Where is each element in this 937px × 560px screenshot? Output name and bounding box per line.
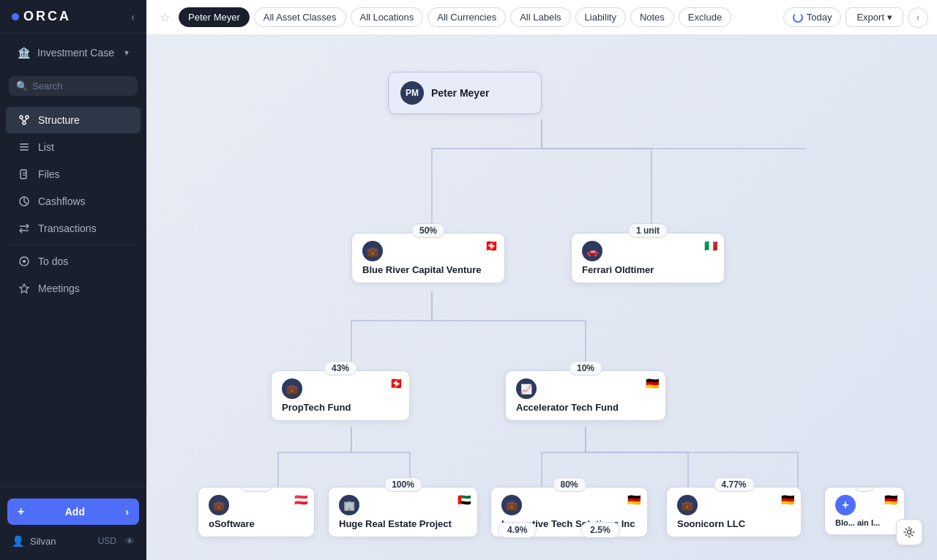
filter-all-currencies[interactable]: All Currencies — [428, 7, 506, 27]
blockchain-icon: + — [835, 495, 856, 515]
sidebar-item-transactions-label: Transactions — [38, 223, 97, 234]
filter-liability[interactable]: Liability — [575, 7, 626, 27]
search-icon: 🔍 — [16, 81, 28, 92]
ferrari-flag: 🇮🇹 — [704, 239, 718, 253]
sidebar: ORCA ‹ 🏦 Investment Case ▾ 🔍 — [0, 0, 146, 560]
root-label: Peter Meyer — [431, 87, 489, 99]
node-accelerator[interactable]: 10% 🇩🇪 📈 Accelerator Tech Fund — [505, 370, 666, 421]
nav-section: Structure List Files — [0, 100, 146, 308]
sidebar-item-files[interactable]: Files — [6, 161, 141, 187]
biosoftware-label: oSoftware — [209, 518, 255, 529]
refresh-icon — [793, 12, 803, 23]
export-chevron-icon: ▾ — [887, 12, 892, 23]
node-huge-real-estate[interactable]: 100% 🇦🇪 🏢 Huge Real Estate Project — [328, 487, 478, 537]
blue-river-label: Blue River Capital Venture — [362, 264, 482, 275]
svg-point-2 — [23, 122, 26, 124]
filter-all-locations[interactable]: All Locations — [351, 7, 424, 27]
root-avatar: PM — [400, 81, 424, 105]
huge-real-estate-icon: 🏢 — [339, 495, 359, 515]
proptech-icon: 💼 — [282, 378, 302, 399]
sidebar-bottom: + Add › 👤 Silvan USD 👁 — [0, 486, 146, 560]
star-button[interactable]: ☆ — [155, 7, 174, 28]
export-label: Export — [856, 12, 884, 23]
toolbar: ☆ Peter Meyer All Asset Classes All Loca… — [146, 0, 937, 35]
sidebar-item-meetings-label: Meetings — [38, 283, 80, 294]
blockchain-label: Blo... ain I... — [835, 518, 880, 527]
accelerator-flag: 🇩🇪 — [646, 377, 660, 390]
search-input[interactable] — [32, 81, 130, 92]
filter-peter-meyer[interactable]: Peter Meyer — [179, 7, 250, 27]
huge-real-estate-label: Huge Real Estate Project — [339, 518, 452, 529]
svg-rect-5 — [20, 143, 29, 145]
node-peter-meyer[interactable]: PM Peter Meyer — [388, 72, 542, 114]
today-button[interactable]: Today — [783, 7, 842, 27]
sidebar-item-meetings[interactable]: Meetings — [6, 275, 141, 302]
svg-point-17 — [908, 531, 911, 534]
filter-exclude[interactable]: Exclude — [679, 7, 731, 27]
proptech-label: PropTech Fund — [282, 402, 351, 413]
node-soonicorn[interactable]: 4.77% 🇩🇪 💼 Soonicorn LLC — [666, 487, 802, 537]
investment-case-icon: 🏦 — [18, 47, 30, 59]
svg-rect-6 — [20, 146, 29, 148]
filter-notes[interactable]: Notes — [630, 7, 674, 27]
soonicorn-label: Soonicorn LLC — [677, 518, 745, 529]
huge-real-estate-flag: 🇦🇪 — [458, 493, 471, 507]
innovative-tech-flag: 🇩🇪 — [627, 493, 641, 507]
investment-case-section: 🏦 Investment Case ▾ — [0, 34, 146, 72]
sidebar-item-cashflows-label: Cashflows — [38, 195, 86, 207]
svg-point-1 — [26, 116, 29, 119]
main-content: ☆ Peter Meyer All Asset Classes All Loca… — [146, 0, 937, 560]
canvas: PM Peter Meyer 50% 🇨🇭 💼 Blue River Capit… — [146, 35, 937, 560]
sidebar-item-list[interactable]: List — [6, 134, 141, 160]
today-label: Today — [807, 12, 832, 23]
sidebar-collapse-button[interactable]: ‹ — [131, 11, 135, 23]
huge-real-estate-badge: 100% — [384, 477, 422, 492]
soonicorn-flag: 🇩🇪 — [781, 493, 795, 507]
sidebar-item-list-label: List — [38, 141, 54, 153]
search-box[interactable]: 🔍 — [9, 76, 138, 96]
settings-control-button[interactable] — [896, 519, 922, 545]
sidebar-item-investment-case[interactable]: 🏦 Investment Case ▾ — [6, 40, 141, 65]
sidebar-item-cashflows[interactable]: Cashflows — [6, 188, 141, 214]
root-initials: PM — [406, 88, 419, 98]
filter-all-asset-classes[interactable]: All Asset Classes — [254, 7, 346, 27]
svg-line-3 — [21, 119, 24, 122]
accelerator-icon: 📈 — [516, 378, 537, 399]
accelerator-label: Accelerator Tech Fund — [516, 402, 619, 413]
collapse-right-button[interactable]: ‹ — [908, 7, 928, 28]
toolbar-right: Today Export ▾ ‹ — [783, 7, 928, 28]
meetings-icon — [18, 282, 31, 295]
eye-icon[interactable]: 👁 — [125, 536, 135, 547]
svg-marker-16 — [20, 284, 29, 293]
sidebar-divider — [9, 244, 138, 245]
node-blue-river[interactable]: 50% 🇨🇭 💼 Blue River Capital Venture — [351, 233, 505, 283]
add-button[interactable]: + Add › — [7, 499, 139, 525]
todos-icon — [18, 255, 31, 268]
logo-dot — [12, 13, 19, 20]
bottom-badge-1: 4.9% — [498, 522, 537, 538]
soonicorn-icon: 💼 — [677, 495, 698, 515]
filter-all-labels[interactable]: All Labels — [510, 7, 570, 27]
accelerator-badge: 10% — [569, 361, 602, 376]
logo: ORCA — [12, 9, 71, 24]
node-biosoftware[interactable]: 25% 🇦🇹 💼 oSoftware — [198, 487, 315, 537]
user-name: Silvan — [30, 536, 56, 547]
node-blockchain[interactable]: 1 🇩🇪 + Blo... ain I... — [824, 487, 905, 535]
innovative-tech-icon: 💼 — [501, 495, 522, 515]
blue-river-badge: 50% — [411, 223, 445, 238]
sidebar-item-transactions[interactable]: Transactions — [6, 215, 141, 242]
biosoftware-icon: 💼 — [209, 495, 229, 515]
export-button[interactable]: Export ▾ — [845, 7, 903, 27]
sidebar-item-structure[interactable]: Structure — [6, 107, 141, 133]
blockchain-badge: 1 — [854, 487, 876, 492]
sidebar-item-todos[interactable]: To dos — [6, 248, 141, 275]
user-row: 👤 Silvan USD 👁 — [0, 529, 146, 553]
blockchain-flag: 🇩🇪 — [884, 493, 898, 507]
blue-river-icon: 💼 — [362, 241, 383, 261]
innovative-tech-badge: 80% — [552, 477, 586, 492]
add-label: Add — [65, 506, 85, 518]
node-ferrari[interactable]: 1 unit 🇮🇹 🚗 Ferrari Oldtimer — [571, 233, 725, 283]
node-proptech[interactable]: 43% 🇨🇭 💼 PropTech Fund — [271, 370, 410, 421]
biosoftware-flag: 🇦🇹 — [294, 493, 308, 507]
svg-rect-8 — [20, 170, 26, 179]
